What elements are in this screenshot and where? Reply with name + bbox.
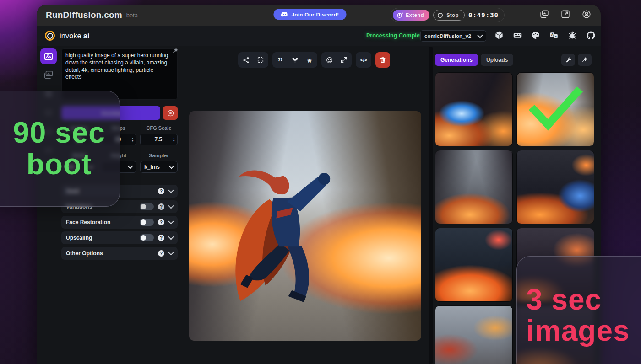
model-select-value: comicDiffusion_v2 xyxy=(424,33,471,39)
selected-check-icon xyxy=(528,86,583,132)
face-restoration-toggle[interactable] xyxy=(140,219,154,226)
svg-text:a: a xyxy=(555,35,557,38)
tab-uploads[interactable]: Uploads xyxy=(481,54,513,66)
gallery-thumb[interactable] xyxy=(435,228,513,302)
chevron-down-icon xyxy=(169,165,174,169)
chevron-down-icon xyxy=(478,34,482,38)
help-icon[interactable] xyxy=(158,203,164,210)
gallery-settings-wrench-icon[interactable] xyxy=(561,54,575,66)
stepper-arrows-icon[interactable]: ▲▼ xyxy=(173,137,175,142)
help-icon[interactable] xyxy=(158,188,164,194)
gallery-thumb[interactable] xyxy=(435,150,513,224)
help-icon[interactable] xyxy=(158,250,164,257)
desktop: { "colors": { "accent": "#6d28d9", "invo… xyxy=(0,0,641,364)
section-label: Face Restoration xyxy=(66,219,110,225)
stepper-arrows-icon[interactable]: ▲▼ xyxy=(131,137,134,142)
section-label: Other Options xyxy=(66,250,103,257)
boot-time-line1: 90 sec xyxy=(13,117,105,149)
delete-image-button[interactable] xyxy=(375,52,390,68)
gallery-thumb[interactable] xyxy=(435,72,513,146)
stop-button[interactable]: Stop xyxy=(433,10,465,21)
restore-faces-icon[interactable] xyxy=(322,53,336,67)
gallery-thumb[interactable] xyxy=(516,150,594,224)
invoke-logo-text: invokeai xyxy=(60,32,89,40)
fullscreen-icon[interactable] xyxy=(254,53,267,67)
sampler-value: k_lms xyxy=(144,164,160,170)
cfg-scale-label: CFG Scale xyxy=(140,125,178,131)
sampler-label: Sampler xyxy=(140,153,178,158)
join-discord-button[interactable]: Join Our Discord! xyxy=(273,9,346,20)
clock-plus-icon xyxy=(397,12,403,19)
tab-text-to-image[interactable]: A xyxy=(40,48,57,64)
share-image-icon[interactable] xyxy=(239,53,253,67)
cfg-scale-value: 7.5 xyxy=(144,136,173,143)
rundiffusion-topbar: RunDiffusion.com beta Join Our Discord! … xyxy=(37,5,601,26)
model-select[interactable]: comicDiffusion_v2 xyxy=(420,30,486,42)
extend-button[interactable]: Extend xyxy=(393,10,429,21)
section-label: Upscaling xyxy=(66,235,92,241)
tab-image-to-image[interactable] xyxy=(40,67,57,83)
chevron-down-icon xyxy=(168,189,173,193)
session-controls: Extend Stop 0:49:30 xyxy=(391,8,505,22)
image-metadata-icon[interactable] xyxy=(357,53,370,67)
chevron-down-icon xyxy=(168,204,173,209)
extend-label: Extend xyxy=(406,12,424,18)
appbar-icons: Aa xyxy=(494,31,601,40)
model-manager-cube-icon[interactable] xyxy=(494,31,504,40)
panel-resize-handle[interactable] xyxy=(429,47,433,364)
section-upscaling[interactable]: Upscaling xyxy=(61,231,178,244)
tab-generations[interactable]: Generations xyxy=(435,54,478,66)
stop-label: Stop xyxy=(446,12,459,18)
gallery-tabs: Generations Uploads xyxy=(435,54,513,66)
image-speed-line1: 3 sec xyxy=(526,284,641,316)
svg-text:A: A xyxy=(47,53,49,56)
svg-text:A: A xyxy=(551,33,554,36)
brand-title: RunDiffusion.com xyxy=(46,10,122,20)
cfg-scale-stepper[interactable]: 7.5 ▲▼ xyxy=(140,134,178,145)
discord-icon xyxy=(281,11,288,17)
help-icon[interactable] xyxy=(158,235,164,241)
beta-badge: beta xyxy=(126,12,138,19)
use-all-parameters-icon[interactable] xyxy=(303,53,316,67)
upscale-image-icon[interactable] xyxy=(337,53,351,67)
invoke-appbar: invokeai Processing Complete comicDiffus… xyxy=(37,26,601,46)
trash-icon xyxy=(379,56,386,64)
gallery-actions xyxy=(561,54,592,66)
account-icon[interactable] xyxy=(581,9,592,20)
session-timer: 0:49:30 xyxy=(468,11,499,19)
prompt-pin-icon[interactable] xyxy=(172,48,179,54)
cancel-x-icon xyxy=(167,109,174,117)
theme-palette-icon[interactable] xyxy=(531,31,541,40)
variations-toggle[interactable] xyxy=(140,203,154,210)
gallery-thumb-selected[interactable] xyxy=(516,72,594,146)
hotkeys-keyboard-icon[interactable] xyxy=(513,31,522,40)
superhero-figure xyxy=(208,139,352,322)
upscaling-toggle[interactable] xyxy=(140,234,154,241)
boot-time-line2: boot xyxy=(27,149,92,180)
help-icon[interactable] xyxy=(158,219,164,225)
report-bug-icon[interactable] xyxy=(568,31,577,40)
github-icon[interactable] xyxy=(586,31,596,40)
processing-status: Processing Complete xyxy=(366,32,425,39)
boot-time-callout: 90 sec boot xyxy=(0,91,120,207)
section-other-options[interactable]: Other Options xyxy=(61,247,178,260)
current-generated-image[interactable] xyxy=(189,111,421,341)
section-face-restoration[interactable]: Face Restoration xyxy=(61,216,178,229)
use-prompt-icon[interactable] xyxy=(273,53,287,67)
use-seed-icon[interactable] xyxy=(288,53,302,67)
join-discord-label: Join Our Discord! xyxy=(291,12,339,17)
current-image-toolbar xyxy=(238,52,390,68)
chevron-down-icon xyxy=(168,251,173,256)
stop-circle-icon xyxy=(437,12,444,19)
image-speed-callout: 3 sec images xyxy=(516,256,641,364)
language-translate-icon[interactable]: Aa xyxy=(549,31,559,40)
sampler-select[interactable]: k_lms xyxy=(140,161,178,173)
chevron-down-icon xyxy=(168,236,173,240)
external-link-icon[interactable] xyxy=(560,9,571,20)
chevron-down-icon xyxy=(168,220,173,225)
cancel-button[interactable] xyxy=(163,106,178,120)
gallery-thumb[interactable] xyxy=(435,305,513,364)
gallery-pin-icon[interactable] xyxy=(578,54,592,66)
gallery-copies-icon[interactable] xyxy=(539,9,550,20)
chevron-down-icon xyxy=(128,165,132,169)
